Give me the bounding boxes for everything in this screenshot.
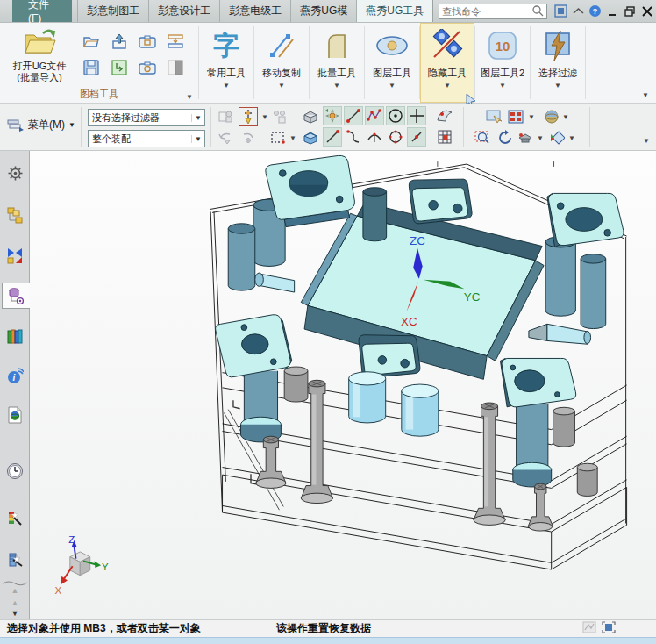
tiled-windows-caret[interactable]: ▼	[528, 113, 535, 121]
snapshot-square-button[interactable]	[133, 28, 161, 54]
search-input[interactable]	[442, 6, 531, 17]
scope-filter-dropdown[interactable]: 整个装配 ▼	[88, 130, 205, 147]
ribbon-group-move-copy[interactable]: 移动复制 ▼	[254, 23, 309, 103]
edit-display-caret[interactable]: ▼	[568, 134, 575, 142]
import-box-button[interactable]	[105, 54, 133, 81]
render-style-caret[interactable]: ▼	[562, 113, 569, 121]
snapshot-circle-button[interactable]	[133, 54, 161, 81]
fit-view-icon[interactable]	[602, 621, 616, 636]
redo-move-button[interactable]	[239, 128, 258, 147]
corner-block-top-left[interactable]	[266, 155, 355, 226]
return-pin-left[interactable]	[349, 372, 386, 423]
graphics-viewport[interactable]: ZC YC XC Z Y X	[30, 151, 656, 619]
snap-tangent-button[interactable]	[344, 127, 363, 147]
selection-filter-dropdown[interactable]: 没有选择过滤器 ▼	[88, 109, 205, 126]
internet-explorer-button[interactable]: i	[2, 363, 28, 390]
screw-1[interactable]	[256, 436, 286, 488]
rectangle-select-caret[interactable]: ▼	[289, 134, 296, 142]
toolbar-overflow-caret[interactable]: ▼	[643, 137, 650, 145]
latch-plate-bottom[interactable]	[359, 335, 420, 378]
window-restore-button[interactable]	[622, 0, 639, 22]
assembly-navigator-button[interactable]	[2, 202, 28, 228]
window-close-button[interactable]	[638, 0, 656, 22]
horizontal-pin-right[interactable]	[529, 324, 591, 344]
palette-wand-button[interactable]	[2, 505, 28, 532]
snap-midpoint-button[interactable]	[365, 106, 384, 125]
snap-existing-point-button[interactable]	[407, 127, 426, 147]
snap-quadrant-button[interactable]	[386, 127, 405, 147]
ribbon-group-select-filter[interactable]: 选择过滤 ▼	[531, 23, 585, 103]
background-swatch-button[interactable]	[161, 54, 189, 81]
ribbon-group-common-tools[interactable]: 字 常用工具 ▼	[199, 23, 253, 103]
minimize-ribbon-icon[interactable]	[569, 0, 587, 22]
doc-tools-group-caret[interactable]: ▼	[186, 93, 193, 101]
undo-move-button[interactable]	[216, 128, 235, 147]
assembly-constraints-button[interactable]	[216, 107, 235, 126]
corner-block-mid-right[interactable]	[500, 358, 575, 407]
show-hide-window-button[interactable]	[484, 107, 503, 126]
command-search-box[interactable]	[439, 4, 546, 19]
search-icon[interactable]	[531, 4, 544, 19]
menu-button[interactable]: 菜单(M) ▼	[7, 118, 75, 132]
window-minimize-button[interactable]	[604, 0, 622, 22]
constraint-navigator-button[interactable]	[2, 242, 28, 268]
render-tools-caret[interactable]: ▼	[537, 134, 544, 142]
roles-gear-button[interactable]	[2, 160, 28, 186]
screw-4[interactable]	[528, 483, 553, 531]
open-folder-small-button[interactable]	[77, 28, 105, 54]
role-wand-button[interactable]	[2, 547, 28, 574]
snap-endpoint-button[interactable]	[344, 106, 363, 125]
render-tools-button[interactable]	[516, 128, 535, 147]
snap-point-on-curve-button[interactable]	[323, 127, 342, 147]
tab-pengyi-design[interactable]: 彭意设计工	[149, 0, 220, 22]
zoom-region-button[interactable]	[474, 128, 493, 147]
tiled-windows-button[interactable]	[506, 107, 525, 126]
fullscreen-icon[interactable]	[553, 0, 570, 22]
render-style-globe-button[interactable]	[542, 107, 561, 126]
edit-object-display-button[interactable]	[547, 128, 567, 147]
move-component-caret[interactable]: ▼	[261, 113, 268, 121]
horizontal-pin-left[interactable]	[255, 273, 295, 292]
file-menu-tab[interactable]: 文件(F)	[12, 0, 72, 22]
ribbon-group-hide-tools[interactable]: 隐藏工具 ▼	[420, 23, 474, 103]
tab-yanxiu-tools[interactable]: 燕秀UG工具	[357, 0, 433, 22]
resource-scroll-up-icon[interactable]: ▲	[0, 586, 30, 595]
open-ug-file-button[interactable]: 打开UG文件 (批量导入)	[5, 26, 74, 84]
help-icon[interactable]: ?	[587, 0, 604, 22]
support-pillar-back[interactable]	[363, 188, 387, 241]
rotate-view-button[interactable]	[496, 128, 515, 147]
reuse-library-button[interactable]	[2, 323, 28, 349]
snap-point-enable-button[interactable]	[323, 106, 342, 125]
ribbon-overflow-caret[interactable]: ▼	[642, 91, 649, 99]
corner-block-top-right[interactable]	[547, 193, 624, 247]
ribbon-group-layer-tools[interactable]: 图层工具 ▼	[365, 23, 419, 103]
tab-pengyi-drafting[interactable]: 彭意制图工	[77, 0, 149, 22]
pattern-component-button[interactable]	[270, 107, 289, 126]
snap-intersection-button[interactable]	[407, 106, 426, 125]
snap-grid-button[interactable]	[435, 127, 454, 147]
ribbon-group-layer-tools2[interactable]: 10 图层工具2 ▼	[475, 23, 530, 103]
part-navigator-button[interactable]	[2, 283, 30, 309]
show-shaded-edges-button[interactable]	[301, 107, 320, 126]
svg-text:?: ?	[593, 7, 598, 16]
save-button[interactable]	[77, 54, 105, 81]
snap-arc-button[interactable]	[365, 127, 384, 147]
latch-plate-top[interactable]	[409, 179, 472, 224]
clip-section-icon[interactable]	[582, 621, 596, 636]
snap-face-button[interactable]	[435, 106, 454, 125]
corner-block-mid-left[interactable]	[216, 315, 292, 377]
ribbon-group-batch-tools[interactable]: 批量工具 ▼	[310, 23, 364, 103]
rectangle-select-button[interactable]	[268, 128, 288, 147]
export-up-button[interactable]	[105, 28, 133, 54]
resource-page-up-icon[interactable]: ▲	[0, 598, 30, 607]
history-clock-button[interactable]	[2, 458, 28, 484]
cavity-plate[interactable]	[301, 203, 544, 379]
html-report-button[interactable]	[2, 402, 28, 428]
tab-pengyi-electrode[interactable]: 彭意电级工	[220, 0, 291, 22]
work-section-button[interactable]	[301, 128, 320, 147]
return-pin-right[interactable]	[402, 384, 439, 436]
tab-yanxiu-mold[interactable]: 燕秀UG模	[291, 0, 357, 22]
export-sheet-button[interactable]	[161, 28, 189, 54]
move-component-button[interactable]	[239, 107, 258, 126]
snap-center-button[interactable]	[386, 106, 405, 125]
